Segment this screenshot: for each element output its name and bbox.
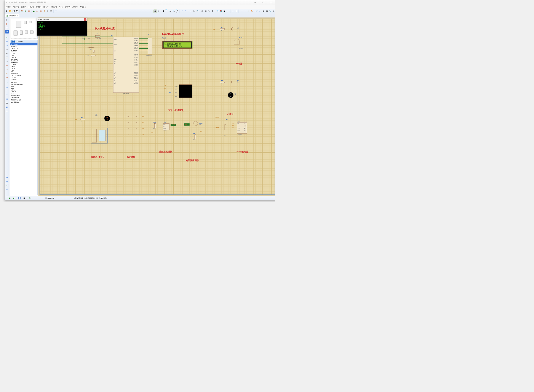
device-list[interactable]: ADC0832 AT89C51 BATTERY BUTTON BUZZER CA… [10,43,38,195]
zoom-out-icon[interactable]: 🔍- [169,9,172,13]
menu-chart[interactable]: 图表(G) [43,6,49,8]
device-row[interactable]: POT [10,88,37,90]
notes-icon[interactable]: 🗐 [50,9,52,13]
menu-lib[interactable]: 库(L) [59,6,62,8]
vterm-close-button[interactable]: ✕ [84,18,86,21]
rotate-cw-icon[interactable]: ↻ [5,176,9,179]
device-row[interactable]: LED-RED [10,72,37,74]
comp-r7[interactable] [220,82,225,83]
device-row[interactable]: LDR [10,70,37,72]
comp-r5[interactable] [80,119,85,120]
text-2d-icon[interactable]: A [5,101,9,105]
device-row[interactable]: RES [10,92,37,94]
instrument-icon[interactable]: ⊙ [5,76,9,79]
probe-v-icon[interactable]: ✎ [5,68,9,71]
open-icon[interactable]: 📂 [9,9,12,13]
comp-ldr1[interactable] [193,121,198,126]
comp-r8[interactable] [195,135,196,139]
pin-tool-icon[interactable]: ⊷ [5,52,9,55]
device-row[interactable]: T92S7D12-12 [10,99,37,101]
device-row[interactable]: CAP-POL [10,57,37,59]
mirror-h-icon[interactable]: ↔ [5,188,9,191]
tape-icon[interactable]: ▭ [5,60,9,63]
erc-icon[interactable]: ✓ [258,9,261,13]
comp-lcd1602[interactable]: Light:36.3Lux M T:32.0°C H:00.3% [162,41,192,49]
subcircuit-icon[interactable]: ▭ [5,44,9,47]
menu-view[interactable]: 视图(V) [21,6,26,8]
bom2-icon[interactable]: ▦ [265,9,268,13]
home-icon[interactable]: 🏠 [21,9,23,13]
save-all-icon[interactable]: 💾 [16,9,19,13]
path-2d-icon[interactable]: ⬡ [5,98,9,101]
minimize-button[interactable]: — [253,1,258,4]
box-2d-icon[interactable]: ▭ [5,85,9,89]
menu-debug[interactable]: 调试(D) [51,6,57,8]
redo-icon[interactable]: ↷ [184,9,187,13]
generator-icon[interactable]: ◉ [5,64,9,67]
virtual-terminal-window[interactable]: Virtual Terminal ✕ H:0.3% L:36.3 T:32.0°… [37,18,87,36]
nav-fwd-icon[interactable]: ▶ [36,9,39,13]
comp-q3-transistor[interactable] [231,80,234,84]
menu-system[interactable]: 系统(Y) [72,6,78,8]
nav-back-icon[interactable]: ◀◀ [32,9,35,13]
gerber-icon[interactable]: 🗋 [46,9,49,13]
comp-motor[interactable] [104,116,110,121]
package-icon[interactable]: ▣ [223,9,226,13]
angle-input[interactable]: 0 [5,184,9,187]
zoom-fit-icon[interactable]: 🔍 [172,9,175,13]
device-row[interactable]: HX711 [10,65,37,68]
device-row[interactable]: LAMP [10,68,37,70]
comp-q1-transistor[interactable] [231,27,234,31]
lib-icon[interactable]: 📚 [220,9,222,13]
device-row[interactable]: LM016L [10,76,37,79]
device-row[interactable]: DS18B20 [10,61,37,63]
sim-step-button[interactable]: ▶| [13,197,15,199]
bom-icon[interactable]: $ [42,9,46,13]
vterm-titlebar[interactable]: Virtual Terminal ✕ [37,18,87,21]
zoom-in-icon[interactable]: 🔍+ [165,9,169,13]
device-row[interactable]: RELAY [10,90,37,92]
device-row[interactable]: ULN2003A [10,101,37,103]
info-icon[interactable]: ⓘ [29,196,31,200]
device-row[interactable]: PNP [10,86,37,88]
comp-r1[interactable] [91,55,96,56]
p-badge-icon[interactable]: P [11,40,13,42]
device-row[interactable]: MJ15004 [10,79,37,81]
mirror-v-icon[interactable]: ↕ [5,192,9,195]
selection-tool-icon[interactable]: ➤ [5,18,9,21]
arc-2d-icon[interactable]: ⌒ [5,93,9,97]
device-row[interactable]: BUTTON [10,50,37,52]
new-icon[interactable]: 🗎 [5,9,8,13]
comp-r3[interactable] [220,28,225,30]
pan-icon[interactable]: ✥ [162,9,165,13]
wire-style-icon[interactable]: 〰 [231,9,234,13]
find-icon[interactable]: 🔎 [255,9,258,13]
colors-icon[interactable]: 🎨 [250,9,253,13]
device-row[interactable]: RTB14050F [10,97,37,99]
close-button[interactable]: ✕ [269,1,273,4]
menu-help[interactable]: 帮助(H) [80,6,86,8]
circle-2d-icon[interactable]: ○ [5,89,9,93]
comp-relay[interactable] [91,128,108,144]
terminal-icon[interactable]: ⊸ [5,48,9,51]
comp-rv1-pot[interactable] [225,125,226,130]
comp-buzzer[interactable] [234,39,240,46]
symbol-2d-icon[interactable]: ▣ [5,105,9,109]
junction-icon[interactable]: ╋ [235,9,238,13]
device-row[interactable]: BATTERY [10,47,37,50]
device-row[interactable]: LED-YELLOW [10,74,37,76]
comp-button-group[interactable] [128,116,139,140]
schematic-canvas[interactable]: 单片机最小系统 LCD1602液晶显示 蜂鸣器 串口（模拟蓝牙） USB灯 继电… [38,18,275,196]
device-row[interactable]: DS1302 [10,63,37,65]
tab-close-icon[interactable]: ✕ [17,15,18,17]
marker-2d-icon[interactable]: ✚ [5,109,9,112]
comp-l1-lamp[interactable] [228,92,234,98]
l-badge-icon[interactable]: L [13,40,15,42]
wrench-icon[interactable]: 🔧 [269,9,272,13]
text-script-icon[interactable]: ≡ [5,36,9,39]
zoom-sheet-icon[interactable]: ▦ [39,9,42,13]
comp-r10[interactable] [154,123,156,128]
comp-reset-button[interactable] [88,47,94,48]
device-row[interactable]: AT89C51 [10,45,37,47]
block-copy-icon[interactable]: ▤ [201,9,204,13]
